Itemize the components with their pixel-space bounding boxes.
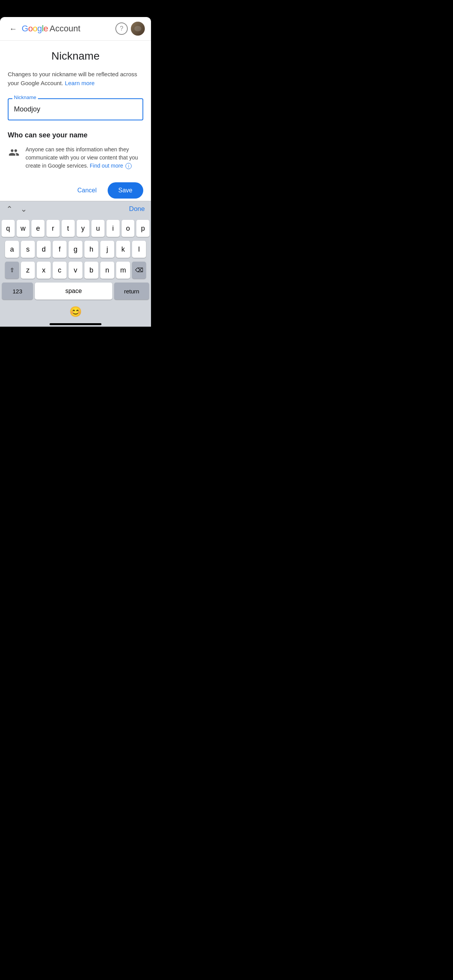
keyboard-row-4: 123 space return — [2, 283, 149, 300]
nav-down-arrow[interactable]: ⌄ — [21, 204, 27, 214]
key-v[interactable]: v — [69, 262, 82, 279]
key-c[interactable]: c — [53, 262, 67, 279]
key-r[interactable]: r — [46, 220, 60, 237]
google-brand-text: Google — [22, 24, 48, 34]
toolbar-nav: ⌃ ⌄ — [6, 204, 27, 214]
numbers-key[interactable]: 123 — [2, 283, 33, 300]
delete-key[interactable]: ⌫ — [132, 262, 146, 279]
avatar-image — [131, 22, 145, 36]
key-l[interactable]: l — [132, 241, 146, 258]
key-n[interactable]: n — [100, 262, 114, 279]
visibility-description: Anyone can see this information when the… — [26, 146, 143, 170]
key-j[interactable]: j — [100, 241, 114, 258]
key-x[interactable]: x — [37, 262, 51, 279]
back-arrow-icon: ← — [9, 24, 17, 33]
keyboard-row-1: q w e r t y u i o p — [2, 220, 149, 237]
nav-up-arrow[interactable]: ⌃ — [6, 204, 13, 214]
people-icon — [8, 146, 20, 159]
shift-key[interactable]: ⇧ — [5, 262, 19, 279]
header: ← Google Account ? — [0, 17, 151, 41]
keyboard-row-3: ⇧ z x c v b n m ⌫ — [2, 262, 149, 279]
nickname-input-container: Nickname — [8, 98, 143, 120]
keyboard-done-button[interactable]: Done — [129, 205, 145, 213]
keyboard: q w e r t y u i o p a s d f g h j k l ⇧ … — [0, 217, 151, 327]
find-out-more-link[interactable]: Find out more — [90, 163, 123, 169]
key-t[interactable]: t — [62, 220, 75, 237]
visibility-section: Who can see your name Anyone can see thi… — [8, 131, 143, 170]
info-icon: i — [125, 163, 132, 169]
key-y[interactable]: y — [77, 220, 90, 237]
status-bar — [0, 0, 151, 17]
key-w[interactable]: w — [17, 220, 30, 237]
key-g[interactable]: g — [69, 241, 82, 258]
google-logo: Google Account — [22, 24, 115, 34]
main-content: ← Google Account ? Nickname Changes to y… — [0, 17, 151, 327]
key-d[interactable]: d — [37, 241, 51, 258]
keyboard-row-2: a s d f g h j k l — [2, 241, 149, 258]
save-button[interactable]: Save — [108, 182, 143, 199]
back-button[interactable]: ← — [6, 22, 20, 36]
return-key[interactable]: return — [114, 283, 149, 300]
key-f[interactable]: f — [53, 241, 67, 258]
key-q[interactable]: q — [2, 220, 15, 237]
page-body: Nickname Changes to your nickname will b… — [0, 41, 151, 201]
key-m[interactable]: m — [116, 262, 130, 279]
key-k[interactable]: k — [116, 241, 130, 258]
page-title: Nickname — [8, 50, 143, 62]
visibility-row: Anyone can see this information when the… — [8, 146, 143, 170]
key-b[interactable]: b — [84, 262, 98, 279]
keyboard-toolbar: ⌃ ⌄ Done — [0, 201, 151, 217]
nickname-input-label: Nickname — [12, 94, 38, 100]
cancel-button[interactable]: Cancel — [70, 183, 105, 198]
help-button[interactable]: ? — [115, 22, 128, 35]
action-buttons: Cancel Save — [8, 179, 143, 201]
emoji-row: 😊 — [2, 303, 149, 322]
emoji-button[interactable]: 😊 — [69, 306, 82, 318]
visibility-title: Who can see your name — [8, 131, 143, 139]
key-s[interactable]: s — [21, 241, 35, 258]
key-p[interactable]: p — [136, 220, 149, 237]
help-icon: ? — [120, 25, 124, 32]
description-text: Changes to your nickname will be reflect… — [8, 70, 143, 87]
key-h[interactable]: h — [84, 241, 98, 258]
space-key[interactable]: space — [35, 283, 112, 300]
key-o[interactable]: o — [122, 220, 135, 237]
nickname-input[interactable] — [8, 98, 143, 120]
key-z[interactable]: z — [21, 262, 35, 279]
key-u[interactable]: u — [91, 220, 105, 237]
account-label: Account — [50, 24, 81, 34]
learn-more-link[interactable]: Learn more — [65, 80, 95, 86]
key-e[interactable]: e — [31, 220, 45, 237]
key-a[interactable]: a — [5, 241, 19, 258]
home-indicator — [50, 323, 101, 325]
avatar-button[interactable] — [131, 22, 145, 36]
header-icons: ? — [115, 22, 145, 36]
key-i[interactable]: i — [106, 220, 120, 237]
